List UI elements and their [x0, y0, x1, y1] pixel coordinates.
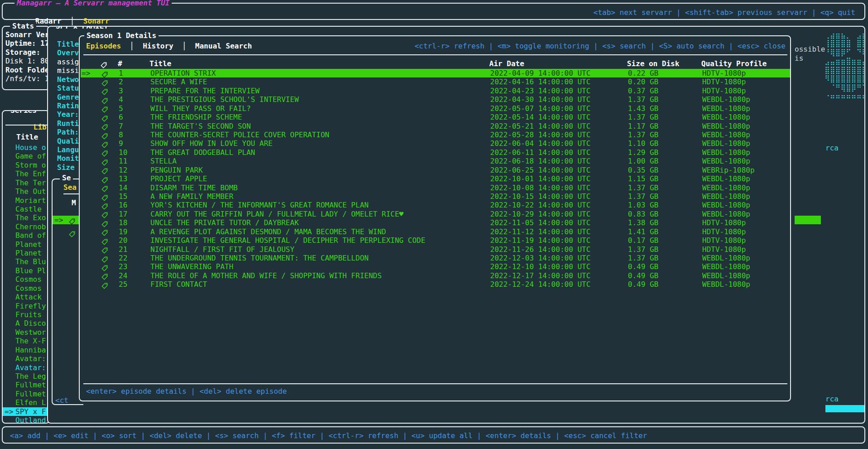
episode-air-date: 2022-12-17 14:00:00 UTC	[490, 271, 591, 280]
episode-title: YOR'S KITCHEN / THE INFORMANT'S GREAT RO…	[150, 201, 369, 209]
episode-row[interactable]: 6THE FRIENDSHIP SCHEME2022-05-14 14:00:0…	[81, 113, 790, 121]
series-list-item[interactable]: Game of	[3, 152, 49, 160]
episode-row[interactable]: 2SECURE A WIFE2022-04-16 14:00:00 UTC0.2…	[81, 77, 790, 86]
episode-row[interactable]: 24THE ROLE OF A MOTHER AND WIFE / SHOPPI…	[81, 271, 790, 280]
episode-row[interactable]: 14DISARM THE TIME BOMB2022-10-08 14:00:0…	[81, 183, 790, 192]
episode-row[interactable]: 19A REVENGE PLOT AGAINST DESMOND / MAMA …	[81, 227, 790, 236]
tab-radarr[interactable]: Radarr	[35, 17, 62, 25]
series-list-item[interactable]: The Exo	[3, 213, 49, 222]
series-list-item[interactable]: Castle	[3, 205, 49, 213]
episode-row[interactable]: 16YOR'S KITCHEN / THE INFORMANT'S GREAT …	[81, 201, 790, 209]
series-list-item[interactable]: The Blu	[3, 257, 49, 266]
tab-episodes[interactable]: Episodes	[86, 42, 121, 50]
tab-divider: │	[121, 42, 143, 50]
footer-keybind-bar: <a> add | <e> edit | <o> sort | <del> de…	[2, 426, 865, 444]
episode-row[interactable]: 11STELLA2022-06-18 14:00:00 UTC1.00 GBWE…	[81, 157, 790, 165]
episode-row[interactable]: 4THE PRESTIGIOUS SCHOOL'S INTERVIEW2022-…	[81, 95, 790, 104]
episode-air-date: 2022-05-28 14:00:00 UTC	[490, 130, 591, 139]
series-list-item[interactable]: A Disco	[3, 319, 49, 328]
series-list-item[interactable]: Band of	[3, 231, 49, 240]
series-list-item[interactable]: Westwor	[3, 328, 49, 337]
series-list-item[interactable]: Fullmet	[3, 390, 49, 398]
series-list-item[interactable]: The Out	[3, 187, 49, 196]
detail-field-label: Genre	[57, 93, 80, 101]
series-list-item[interactable]: Hanniba	[3, 346, 49, 354]
episode-size: 1.00 GB	[628, 157, 658, 165]
episode-row[interactable]: 21NIGHTFALL / FIRST FIT OF JEALOUSY2022-…	[81, 245, 790, 254]
episode-air-date: 2022-11-12 14:00:00 UTC	[490, 227, 591, 236]
episode-table-header: # Title Air Date Size on Disk Quality Pr…	[80, 59, 789, 68]
episode-row[interactable]: 7THE TARGET'S SECOND SON2022-05-21 14:00…	[81, 122, 790, 130]
series-list-item[interactable]: The Leg	[3, 372, 49, 381]
series-list-item[interactable]: Cosmos	[3, 275, 49, 284]
series-list-item[interactable]: Avatar:	[3, 354, 49, 363]
episode-row[interactable]: 3PREPARE FOR THE INTERVIEW2022-04-23 14:…	[81, 87, 790, 95]
season-row-selected-fragment[interactable]: =>	[53, 216, 80, 224]
episode-row[interactable]: 18UNCLE THE PRIVATE TUTOR / DAYBREAK2022…	[81, 218, 790, 227]
episode-quality: WEBDL-1080p	[702, 95, 750, 104]
episode-row[interactable]: 5WILL THEY PASS OR FAIL?2022-05-07 14:00…	[81, 104, 790, 113]
detail-field-label: Title	[57, 40, 80, 48]
tab-manual-search[interactable]: Manual Search	[195, 42, 252, 50]
series-list-item[interactable]: Cosmos	[3, 284, 49, 293]
episode-row[interactable]: 8THE COUNTER-SECRET POLICE COVER OPERATI…	[81, 130, 790, 139]
series-list-item[interactable]: Attack	[3, 293, 49, 301]
series-title: Avatar:	[15, 354, 46, 363]
series-title: Game of	[15, 152, 46, 160]
series-list-item[interactable]: Planet	[3, 249, 49, 257]
series-list-item[interactable]: The Ter	[3, 179, 49, 187]
episode-number: 10	[119, 148, 127, 157]
stats-line: Storage:	[5, 48, 49, 57]
detail-field-label: Netwo	[57, 75, 80, 84]
episode-title: SECURE A WIFE	[150, 77, 207, 86]
app-title: Managarr — A Servarr management TUI	[14, 0, 172, 7]
series-list-item[interactable]: The Enf	[3, 169, 49, 178]
episode-air-date: 2022-10-22 14:00:00 UTC	[490, 201, 591, 209]
episode-number: 9	[119, 139, 123, 148]
series-list-item[interactable]: Fullmet	[3, 381, 49, 389]
episode-size: 1.03 GB	[628, 201, 658, 209]
episode-title: THE COUNTER-SECRET POLICE COVER OPERATIO…	[150, 130, 329, 139]
series-list-item[interactable]: Moriart	[3, 196, 49, 205]
episode-title: WILL THEY PASS OR FAIL?	[150, 104, 251, 113]
detail-field-label: Size	[57, 163, 80, 172]
episode-title: DISARM THE TIME BOMB	[150, 183, 238, 192]
episode-number: 7	[119, 122, 123, 130]
series-list-item[interactable]: The X-F	[3, 337, 49, 345]
detail-field-label: Langu	[57, 145, 80, 154]
tab-seasons[interactable]: Sea	[63, 183, 77, 192]
episode-row[interactable]: 15A NEW FAMILY MEMBER2022-10-15 14:00:00…	[81, 192, 790, 201]
logo-art-line: ⢀⣴⣶⣦⡀⠀⣠⣶⣦⡀	[825, 30, 865, 39]
series-title: Planet	[15, 240, 42, 249]
episode-row[interactable]: 13PROJECT APPLE2022-10-01 14:00:00 UTC1.…	[81, 174, 790, 183]
tab-sonarr[interactable]: Sonarr	[83, 17, 110, 25]
series-list-item[interactable]: Firefly	[3, 302, 49, 310]
series-list-item[interactable]: Avatar:	[3, 363, 49, 372]
tab-history[interactable]: History	[143, 42, 173, 50]
episode-row[interactable]: =>1OPERATION STRIX2022-04-09 14:00:00 UT…	[81, 69, 790, 77]
series-list-item[interactable]: Elfen L	[3, 398, 49, 407]
series-list-item[interactable]: Outland	[3, 416, 49, 424]
episode-title: PROJECT APPLE	[150, 174, 207, 183]
series-list-item[interactable]: Chernob	[3, 222, 49, 231]
series-list-item[interactable]: Planet	[3, 240, 49, 249]
servarr-keybinds: <tab> next servarr | <shift-tab> previou…	[593, 8, 855, 17]
episode-row[interactable]: 25FIRST CONTACT2022-12-24 14:00:00 UTC0.…	[81, 280, 790, 289]
episode-quality: HDTV-1080p	[702, 227, 746, 236]
logo-art-line: ⠀⠈⠛⢿⣿⡿⠛⠁⠀⠀	[825, 83, 865, 92]
series-list-item[interactable]: Fruits	[3, 310, 49, 319]
episode-air-date: 2022-06-18 14:00:00 UTC	[490, 157, 591, 165]
episode-row[interactable]: 23THE UNWAVERING PATH2022-12-10 14:00:00…	[81, 262, 790, 271]
episode-row[interactable]: 22THE UNDERGROUND TENNIS TOURNAMENT: THE…	[81, 254, 790, 262]
episode-row[interactable]: 12PENGUIN PARK2022-06-25 14:00:00 UTC0.3…	[81, 166, 790, 174]
episode-row[interactable]: 17CARRY OUT THE GRIFFIN PLAN / FULLMETAL…	[81, 210, 790, 218]
episode-row[interactable]: 9SHOW OFF HOW IN LOVE YOU ARE2022-06-04 …	[81, 139, 790, 148]
episode-air-date: 2022-10-29 14:00:00 UTC	[490, 210, 591, 218]
series-list-item[interactable]: House o	[3, 143, 49, 152]
series-list-item[interactable]: =>SPY x F	[3, 407, 49, 416]
series-list-item[interactable]: Storm o	[3, 161, 49, 169]
episode-quality: WEBDL-1080p	[702, 210, 750, 218]
series-list-item[interactable]: Blue Pl	[3, 266, 49, 275]
episode-row[interactable]: 20INVESTIGATE THE GENERAL HOSPITAL / DEC…	[81, 236, 790, 245]
episode-row[interactable]: 10THE GREAT DODGEBALL PLAN2022-06-11 14:…	[81, 148, 790, 157]
